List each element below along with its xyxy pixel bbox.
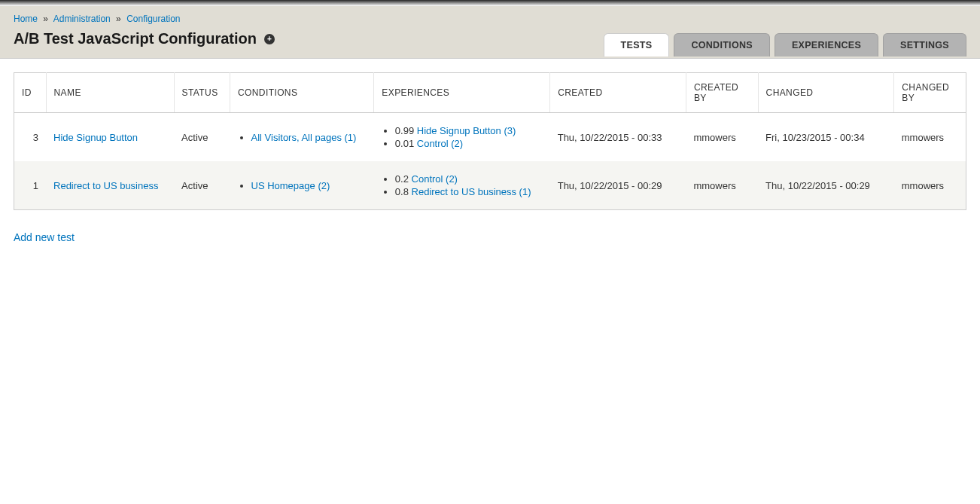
breadcrumb-home[interactable]: Home bbox=[14, 14, 38, 24]
experience-weight: 0.01 bbox=[395, 138, 417, 149]
col-header-experiences[interactable]: EXPERIENCES bbox=[374, 73, 550, 113]
col-header-status[interactable]: STATUS bbox=[174, 73, 230, 113]
breadcrumb-administration[interactable]: Administration bbox=[53, 14, 111, 24]
table-row: 3Hide Signup ButtonActiveAll Visitors, A… bbox=[14, 113, 966, 162]
tests-table: ID NAME STATUS CONDITIONS EXPERIENCES CR… bbox=[14, 72, 966, 210]
experience-weight: 0.8 bbox=[395, 186, 412, 197]
cell-status: Active bbox=[174, 113, 230, 162]
below-actions: Add new test bbox=[14, 231, 966, 243]
breadcrumb-configuration[interactable]: Configuration bbox=[126, 14, 180, 24]
condition-link[interactable]: US Homepage (2) bbox=[251, 180, 330, 191]
cell-created-by: mmowers bbox=[686, 113, 758, 162]
page-title-text: A/B Test JavaScript Configuration bbox=[14, 30, 257, 47]
cell-experiences: 0.99 Hide Signup Button (3)0.01 Control … bbox=[374, 113, 550, 162]
admin-header: Home » Administration » Configuration A/… bbox=[0, 6, 980, 59]
tab-tests[interactable]: TESTS bbox=[604, 33, 670, 57]
cell-status: Active bbox=[174, 161, 230, 210]
col-header-id[interactable]: ID bbox=[14, 73, 47, 113]
add-new-test-link[interactable]: Add new test bbox=[14, 231, 75, 243]
cell-conditions: US Homepage (2) bbox=[230, 161, 374, 210]
cell-created-by: mmowers bbox=[686, 161, 758, 210]
cell-created: Thu, 10/22/2015 - 00:29 bbox=[550, 161, 686, 210]
list-item: 0.01 Control (2) bbox=[395, 138, 543, 149]
condition-link[interactable]: All Visitors, All pages (1) bbox=[251, 132, 357, 143]
test-name-link[interactable]: Redirect to US business bbox=[53, 180, 158, 191]
experience-link[interactable]: Redirect to US business (1) bbox=[412, 186, 531, 197]
cell-changed-by: mmowers bbox=[894, 113, 966, 162]
breadcrumb-sep: » bbox=[113, 14, 124, 24]
col-header-name[interactable]: NAME bbox=[46, 73, 174, 113]
list-item: US Homepage (2) bbox=[251, 180, 367, 191]
cell-id: 3 bbox=[14, 113, 47, 162]
col-header-changed-by[interactable]: CHANGED BY bbox=[894, 73, 966, 113]
tab-conditions[interactable]: CONDITIONS bbox=[674, 33, 769, 57]
col-header-changed[interactable]: CHANGED bbox=[758, 73, 894, 113]
list-item: 0.2 Control (2) bbox=[395, 173, 543, 185]
experience-weight: 0.99 bbox=[395, 125, 417, 136]
cell-name: Redirect to US business bbox=[46, 161, 174, 210]
col-header-conditions[interactable]: CONDITIONS bbox=[230, 73, 374, 113]
experience-weight: 0.2 bbox=[395, 173, 412, 185]
cell-created: Thu, 10/22/2015 - 00:33 bbox=[550, 113, 686, 162]
cell-conditions: All Visitors, All pages (1) bbox=[230, 113, 374, 162]
add-icon[interactable]: + bbox=[264, 34, 275, 44]
cell-id: 1 bbox=[14, 161, 47, 210]
experience-link[interactable]: Hide Signup Button (3) bbox=[417, 125, 516, 136]
primary-tabs: TESTS CONDITIONS EXPERIENCES SETTINGS bbox=[604, 33, 966, 57]
cell-changed-by: mmowers bbox=[894, 161, 966, 210]
breadcrumb-sep: » bbox=[40, 14, 51, 24]
experience-link[interactable]: Control (2) bbox=[417, 138, 463, 149]
test-name-link[interactable]: Hide Signup Button bbox=[53, 132, 138, 143]
main-content: ID NAME STATUS CONDITIONS EXPERIENCES CR… bbox=[0, 59, 980, 257]
cell-experiences: 0.2 Control (2)0.8 Redirect to US busine… bbox=[374, 161, 550, 210]
col-header-created[interactable]: CREATED bbox=[550, 73, 686, 113]
col-header-created-by[interactable]: CREATED BY bbox=[686, 73, 758, 113]
cell-changed: Thu, 10/22/2015 - 00:29 bbox=[758, 161, 894, 210]
breadcrumb: Home » Administration » Configuration bbox=[14, 14, 966, 24]
tab-experiences[interactable]: EXPERIENCES bbox=[775, 33, 878, 57]
experience-link[interactable]: Control (2) bbox=[412, 173, 458, 185]
tab-settings[interactable]: SETTINGS bbox=[883, 33, 966, 57]
list-item: 0.99 Hide Signup Button (3) bbox=[395, 125, 543, 136]
table-row: 1Redirect to US businessActiveUS Homepag… bbox=[14, 161, 966, 210]
cell-name: Hide Signup Button bbox=[46, 113, 174, 162]
page-title: A/B Test JavaScript Configuration + bbox=[14, 30, 275, 58]
list-item: All Visitors, All pages (1) bbox=[251, 132, 367, 143]
list-item: 0.8 Redirect to US business (1) bbox=[395, 186, 543, 197]
cell-changed: Fri, 10/23/2015 - 00:34 bbox=[758, 113, 894, 162]
